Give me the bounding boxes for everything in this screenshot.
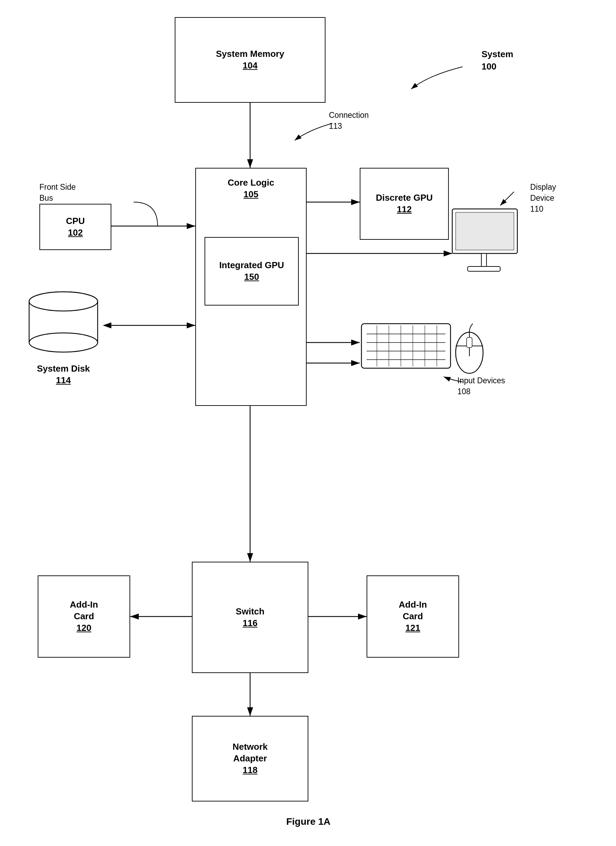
discrete-gpu-box: Discrete GPU 112 bbox=[360, 168, 449, 240]
integrated-gpu-label: Integrated GPU 150 bbox=[219, 260, 284, 283]
integrated-gpu-box: Integrated GPU 150 bbox=[204, 237, 299, 306]
network-adapter-box: NetworkAdapter 118 bbox=[192, 716, 308, 802]
figure-caption: Figure 1A bbox=[206, 816, 411, 827]
display-device-label: DisplayDevice 110 bbox=[530, 182, 556, 215]
switch-label: Switch 116 bbox=[236, 606, 265, 629]
svg-point-23 bbox=[29, 292, 98, 311]
mouse-icon bbox=[452, 322, 487, 377]
network-adapter-label: NetworkAdapter 118 bbox=[232, 741, 268, 776]
system-disk-icon bbox=[26, 284, 101, 363]
add-in-card-121-label: Add-InCard 121 bbox=[399, 599, 427, 634]
system-disk-text-label: System Disk 114 bbox=[26, 363, 101, 386]
core-logic-box: Core Logic 105 Integrated GPU 150 bbox=[195, 168, 307, 406]
cpu-label: CPU 102 bbox=[66, 216, 85, 239]
keyboard-icon bbox=[360, 322, 456, 377]
system-memory-label: System Memory 104 bbox=[216, 48, 284, 72]
monitor-icon bbox=[449, 206, 524, 281]
system-label: System 100 bbox=[482, 48, 513, 73]
diagram-container: System Memory 104 System 100 Connection … bbox=[0, 0, 616, 846]
switch-box: Switch 116 bbox=[192, 562, 308, 673]
add-in-card-120-label: Add-InCard 120 bbox=[70, 599, 98, 634]
svg-point-22 bbox=[29, 333, 98, 352]
connection-label: Connection 113 bbox=[329, 110, 369, 132]
cpu-box: CPU 102 bbox=[40, 204, 111, 250]
add-in-card-120-box: Add-InCard 120 bbox=[38, 576, 130, 658]
svg-rect-15 bbox=[456, 212, 514, 250]
svg-rect-24 bbox=[362, 324, 450, 368]
system-memory-box: System Memory 104 bbox=[175, 17, 325, 103]
svg-rect-16 bbox=[481, 253, 487, 267]
core-logic-label: Core Logic 105 bbox=[196, 177, 306, 200]
input-devices-label: Input Devices 108 bbox=[457, 375, 505, 397]
discrete-gpu-label: Discrete GPU 112 bbox=[376, 192, 433, 216]
add-in-card-121-box: Add-InCard 121 bbox=[367, 576, 459, 658]
svg-rect-17 bbox=[468, 266, 500, 271]
svg-rect-38 bbox=[467, 337, 472, 348]
